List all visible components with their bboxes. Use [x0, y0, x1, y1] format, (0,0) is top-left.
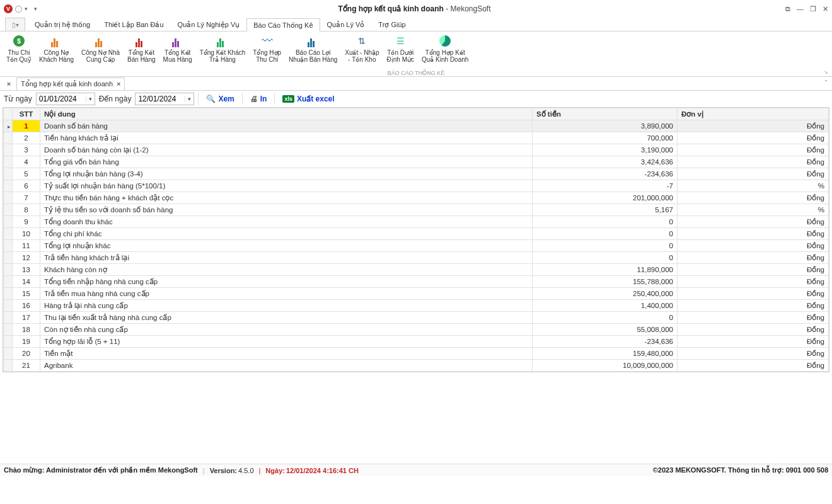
row-indicator: [4, 228, 13, 240]
ribbon-button[interactable]: Công Nợ Nhà Cung Cấp: [78, 33, 124, 64]
ribbon-button[interactable]: Tổng Kết Bán Hàng: [124, 33, 159, 64]
ribbon-display-options-icon[interactable]: ⧉: [785, 5, 790, 13]
printer-icon: 🖨: [250, 94, 258, 103]
table-row[interactable]: 15Trả tiền mua hàng nhà cung cấp250,400,…: [4, 288, 829, 300]
ribbon-button[interactable]: Tổng Kết Khách Trả Hàng: [196, 33, 250, 64]
qat-customize-icon[interactable]: ▾: [34, 6, 37, 12]
to-date-dropdown-icon[interactable]: ▾: [185, 96, 194, 102]
cell-content: Tỷ lệ thu tiền so với doanh số bán hàng: [40, 204, 533, 216]
table-row[interactable]: 2Tiền hàng khách trả lại700,000Đồng: [4, 132, 829, 144]
table-row[interactable]: 6Tỷ suất lợi nhuận bán hàng (5*100/1)-7%: [4, 180, 829, 192]
table-row[interactable]: 8Tỷ lệ thu tiền so với doanh số bán hàng…: [4, 204, 829, 216]
table-row[interactable]: 1Doanh số bán hàng3,890,000Đồng: [4, 120, 829, 132]
minimize-button[interactable]: —: [797, 5, 804, 13]
qat-dropdown-icon[interactable]: ▾: [25, 6, 28, 12]
row-indicator: [4, 348, 13, 360]
cell-stt: 8: [13, 204, 40, 216]
row-indicator: [4, 288, 13, 300]
table-row[interactable]: 5Tổng lợi nhuận bán hàng (3-4)-234,636Đồ…: [4, 168, 829, 180]
cell-stt: 14: [13, 276, 40, 288]
cell-content: Tiền mặt: [40, 348, 533, 360]
ribbon-button-label: Tổng Kết Mua Hàng: [163, 49, 192, 63]
to-date-input[interactable]: ▾: [135, 93, 194, 105]
print-button[interactable]: 🖨 In: [246, 93, 271, 105]
cell-content: Doanh số bán hàng: [40, 120, 533, 132]
cell-stt: 3: [13, 144, 40, 156]
ribbon-button[interactable]: Báo Cáo Lợi Nhuận Bán Hàng: [285, 33, 341, 64]
table-row[interactable]: 21Agribank10,009,000,000Đồng: [4, 360, 829, 372]
cell-content: Tỷ suất lợi nhuận bán hàng (5*100/1): [40, 180, 533, 192]
table-row[interactable]: 7Thực thu tiền bán hàng + khách đặt cọc2…: [4, 192, 829, 204]
col-header-unit[interactable]: Đơn vị: [678, 108, 829, 120]
ribbon-button[interactable]: Công Nợ Khách Hàng: [35, 33, 78, 64]
export-excel-button[interactable]: xls Xuất excel: [279, 93, 338, 105]
ribbon-tab[interactable]: Quản Lý Nghiệp Vụ: [171, 18, 247, 31]
table-row[interactable]: 13Khách hàng còn nợ11,890,000Đồng: [4, 264, 829, 276]
cell-content: Tổng tiền nhập hàng nhà cung cấp: [40, 276, 533, 288]
table-row[interactable]: 16Hàng trả lại nhà cung cấp1,400,000Đồng: [4, 300, 829, 312]
col-header-stt[interactable]: STT: [13, 108, 40, 120]
ribbon-button-icon: ⇅: [355, 34, 369, 48]
close-window-button[interactable]: ✕: [823, 5, 828, 13]
ribbon-button[interactable]: Tổng Kết Mua Hàng: [159, 33, 196, 64]
cell-content: Tổng hợp lãi lỗ (5 + 11): [40, 336, 533, 348]
filter-toolbar: Từ ngày ▾ Đến ngày ▾ 🔍 Xem 🖨 In xls Xuất…: [0, 91, 832, 107]
table-row[interactable]: 9Tổng doanh thu khác0Đồng: [4, 216, 829, 228]
from-date-dropdown-icon[interactable]: ▾: [86, 96, 95, 102]
search-icon: 🔍: [206, 94, 216, 103]
cell-amount: -7: [533, 180, 678, 192]
ribbon-button[interactable]: ☰Tồn Dưới Định Mức: [383, 33, 418, 64]
ribbon-tab[interactable]: Quản Lý Vỏ: [320, 18, 372, 31]
ribbon-button-label: Tổng Kết Bán Hàng: [127, 49, 155, 63]
ribbon-button[interactable]: Tổng Hợp Kết Quả Kinh Doanh: [418, 33, 472, 64]
cell-content: Còn nợ tiền nhà cung cấp: [40, 324, 533, 336]
table-row[interactable]: 11Tổng lợi nhuận khác0Đồng: [4, 240, 829, 252]
table-row[interactable]: 12Trả tiền hàng khách trả lại0Đồng: [4, 252, 829, 264]
cell-stt: 9: [13, 216, 40, 228]
row-indicator: [4, 300, 13, 312]
cell-content: Hàng trả lại nhà cung cấp: [40, 300, 533, 312]
cell-amount: 55,008,000: [533, 324, 678, 336]
row-indicator: [4, 204, 13, 216]
close-all-tabs-button[interactable]: ×: [4, 80, 14, 88]
cell-stt: 19: [13, 336, 40, 348]
table-row[interactable]: 18Còn nợ tiền nhà cung cấp55,008,000Đồng: [4, 324, 829, 336]
table-row[interactable]: 19Tổng hợp lãi lỗ (5 + 11)-234,636Đồng: [4, 336, 829, 348]
ribbon-button-label: Thu Chi Tồn Quỹ: [6, 49, 32, 63]
status-copyright: ©2023 MEKONGSOFT. Thông tin hỗ trợ: 0901…: [653, 466, 828, 474]
table-row[interactable]: 4Tổng giá vốn bán hàng3,424,636Đồng: [4, 156, 829, 168]
row-indicator: [4, 360, 13, 372]
ribbon-button[interactable]: 〰Tổng Hợp Thu Chi: [249, 33, 285, 64]
document-tab-active[interactable]: Tổng hợp kết quả kinh doanh ×: [16, 77, 125, 90]
cell-content: Tổng lợi nhuận bán hàng (3-4): [40, 168, 533, 180]
collapse-ribbon-button[interactable]: ˆ: [825, 80, 827, 87]
ribbon-button[interactable]: ⇅Xuất - Nhập - Tồn Kho: [341, 33, 383, 64]
table-row[interactable]: 20Tiền mặt159,480,000Đồng: [4, 348, 829, 360]
maximize-button[interactable]: ❐: [810, 5, 816, 13]
table-row[interactable]: 10Tổng chi phí khác0Đồng: [4, 228, 829, 240]
cell-unit: Đồng: [678, 336, 829, 348]
ribbon-tab[interactable]: Trợ Giúp: [371, 18, 412, 31]
titlebar: V ▾ ▾ Tổng hợp kết quả kinh doanh - Meko…: [0, 0, 832, 18]
ribbon-tab[interactable]: Quản trị hệ thống: [28, 18, 97, 31]
table-row[interactable]: 14Tổng tiền nhập hàng nhà cung cấp155,78…: [4, 276, 829, 288]
ribbon-button[interactable]: $Thu Chi Tồn Quỹ: [3, 33, 35, 64]
file-menu-button[interactable]: ▯▾: [5, 18, 25, 31]
ribbon-tab[interactable]: Thiết Lập Ban Đầu: [97, 18, 170, 31]
results-grid[interactable]: STT Nội dung Số tiền Đơn vị 1Doanh số bá…: [3, 107, 829, 372]
cell-unit: Đồng: [678, 264, 829, 276]
view-button[interactable]: 🔍 Xem: [202, 93, 238, 105]
ribbon-tab[interactable]: Báo Cáo Thống Kê: [246, 18, 320, 32]
from-date-input[interactable]: ▾: [36, 93, 95, 105]
to-date-field[interactable]: [136, 94, 185, 103]
table-row[interactable]: 3Doanh số bán hàng còn lại (1-2)3,190,00…: [4, 144, 829, 156]
cell-content: Trả tiền hàng khách trả lại: [40, 252, 533, 264]
cell-amount: 0: [533, 240, 678, 252]
table-row[interactable]: 17Thu lại tiền xuất trả hàng nhà cung cấ…: [4, 312, 829, 324]
close-tab-button[interactable]: ×: [117, 80, 120, 88]
col-header-content[interactable]: Nội dung: [40, 108, 533, 120]
cell-unit: Đồng: [678, 192, 829, 204]
dialog-launcher-icon[interactable]: ↘: [824, 69, 828, 75]
from-date-field[interactable]: [37, 94, 86, 103]
col-header-amount[interactable]: Số tiền: [533, 108, 678, 120]
